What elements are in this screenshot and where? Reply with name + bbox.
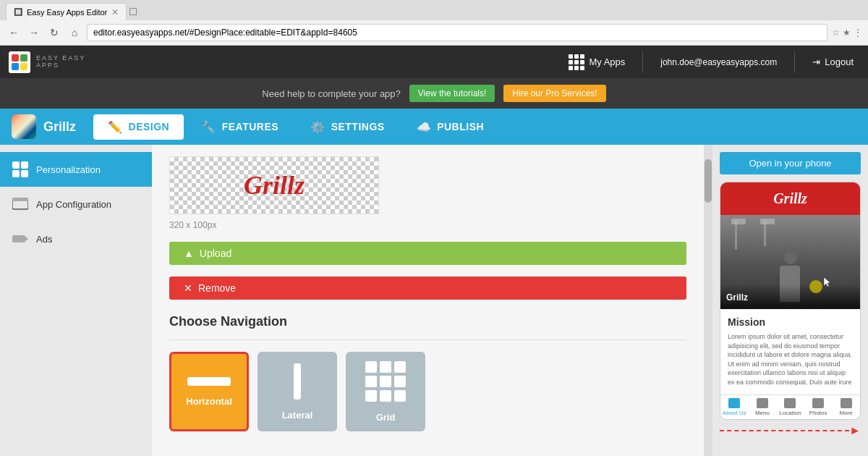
tab-features-label: FEATURES — [222, 121, 278, 132]
svg-rect-6 — [12, 235, 25, 242]
pro-services-button[interactable]: Hire our Pro Services! — [503, 85, 605, 102]
tab-publish[interactable]: ☁️ PUBLISH — [402, 114, 498, 140]
design-icon: ✏️ — [108, 120, 123, 134]
home-button[interactable]: ⌂ — [67, 25, 82, 41]
sidebar-item-app-config[interactable]: App Configuration — [0, 187, 152, 221]
browser-tab[interactable]: 🔲 Easy Easy Apps Editor ✕ — [6, 3, 127, 20]
phone-nav-photos[interactable]: Photos — [804, 395, 833, 419]
main-layout: Personalization App Configuration Ads — [0, 145, 868, 456]
horizontal-label: Horizontal — [186, 396, 232, 407]
logout-button[interactable]: ⇥ Logout — [807, 56, 859, 67]
aboutus-nav-label: About Us — [723, 410, 746, 416]
tab-settings-label: SETTINGS — [331, 121, 385, 132]
logo-dimensions: 320 x 100px — [169, 220, 686, 230]
svg-rect-5 — [12, 198, 28, 201]
app-name-area: Grillz — [12, 114, 76, 139]
app-name: Grillz — [43, 119, 76, 135]
help-text: Need help to complete your app? — [262, 88, 401, 99]
header-divider — [642, 51, 643, 73]
app-config-icon — [12, 195, 29, 213]
tab-features[interactable]: 🔧 FEATURES — [187, 114, 293, 140]
horizontal-icon — [187, 377, 231, 386]
scrollbar[interactable] — [704, 145, 712, 456]
location-nav-label: Location — [779, 410, 801, 416]
browser-chrome: 🔲 Easy Easy Apps Editor ✕ □ ← → ↻ ⌂ ☆ ★ … — [0, 0, 868, 46]
grid-icon — [569, 54, 584, 70]
remove-label: Remove — [198, 282, 236, 294]
svg-marker-7 — [25, 237, 28, 241]
svg-rect-2 — [12, 170, 20, 177]
logo-cell-2 — [20, 54, 27, 62]
svg-rect-3 — [21, 170, 28, 177]
tab-design[interactable]: ✏️ DESIGN — [93, 114, 184, 140]
tab-bar: 🔲 Easy Easy Apps Editor ✕ □ — [0, 0, 868, 20]
ads-label: Ads — [36, 234, 52, 245]
tab-settings[interactable]: ⚙️ SETTINGS — [296, 114, 399, 140]
nav-option-grid[interactable]: Grid — [346, 352, 425, 431]
more-nav-icon — [841, 398, 852, 408]
photos-nav-label: Photos — [809, 410, 827, 416]
nav-tabs: Grillz ✏️ DESIGN 🔧 FEATURES ⚙️ SETTINGS … — [0, 109, 868, 145]
dashed-arrow: ► — [720, 424, 861, 437]
address-bar[interactable] — [87, 24, 827, 41]
tab-design-label: DESIGN — [129, 121, 170, 132]
logout-icon: ⇥ — [812, 56, 820, 67]
cursor-icon — [822, 276, 833, 289]
my-apps-button[interactable]: My Apps — [563, 54, 631, 70]
upload-icon: ▲ — [184, 248, 194, 259]
phone-app-title: Grillz — [773, 190, 807, 207]
grid-label: Grid — [376, 412, 396, 423]
logo-text: EASY EASY APPS — [36, 55, 85, 69]
photos-nav-icon — [812, 398, 824, 408]
section-divider — [169, 339, 686, 340]
reload-button[interactable]: ↻ — [46, 25, 62, 41]
logo-preview: Grillz — [169, 156, 379, 214]
nav-option-horizontal[interactable]: Horizontal — [169, 352, 249, 431]
logout-label: Logout — [825, 56, 854, 67]
scrollbar-thumb[interactable] — [705, 159, 712, 203]
svg-rect-1 — [21, 161, 28, 169]
help-banner: Need help to complete your app? View the… — [0, 78, 868, 109]
phone-mockup: Grillz Grillz — [720, 182, 861, 420]
back-button[interactable]: ← — [6, 25, 22, 41]
publish-icon: ☁️ — [417, 120, 432, 134]
phone-nav-menu[interactable]: Menu — [749, 395, 777, 419]
section-title: Choose Navigation — [169, 314, 686, 329]
user-email: john.doe@easyeasyapps.com — [655, 57, 783, 67]
features-icon: 🔧 — [201, 120, 216, 134]
menu-icon[interactable]: ⋮ — [854, 28, 862, 38]
star-icon[interactable]: ★ — [843, 28, 851, 38]
bookmark-icon[interactable]: ☆ — [832, 28, 840, 38]
tab-title: Easy Easy Apps Editor — [27, 8, 107, 17]
app-icon — [12, 114, 36, 139]
header-divider-2 — [794, 51, 795, 73]
svg-rect-0 — [12, 161, 20, 169]
remove-button[interactable]: ✕ Remove — [169, 276, 686, 300]
new-tab-icon[interactable]: □ — [129, 5, 137, 18]
phone-section-title: Mission — [728, 316, 853, 328]
sidebar-item-ads[interactable]: Ads — [0, 221, 152, 256]
upload-label: Upload — [200, 248, 231, 259]
phone-preview: Open in your phone Grillz — [712, 145, 868, 456]
upload-button[interactable]: ▲ Upload — [169, 242, 686, 265]
logo-icon — [9, 51, 30, 73]
phone-nav-aboutus[interactable]: About Us — [720, 395, 749, 419]
tutorials-button[interactable]: View the tutorials! — [409, 85, 495, 102]
lateral-icon — [294, 363, 301, 400]
app-logo: EASY EASY APPS — [9, 51, 85, 73]
phone-nav-location[interactable]: Location — [776, 395, 804, 419]
content-area: Grillz 320 x 100px ▲ Upload ✕ Remove Cho… — [152, 145, 704, 456]
tab-close-icon[interactable]: ✕ — [111, 7, 119, 17]
phone-nav-more[interactable]: More — [832, 395, 860, 419]
hero-label: Grillz — [726, 292, 748, 303]
phone-content-section: Mission Lorem ipsum dolor sit amet, cons… — [720, 309, 860, 394]
location-nav-icon — [784, 398, 796, 408]
sidebar-item-personalization[interactable]: Personalization — [0, 152, 152, 187]
menu-nav-icon — [757, 398, 768, 408]
open-in-phone-button[interactable]: Open in your phone — [720, 152, 861, 174]
yellow-dot — [809, 280, 822, 293]
phone-section-text: Lorem ipsum dolor sit amet, consectetur … — [728, 332, 853, 387]
nav-option-lateral[interactable]: Lateral — [258, 352, 337, 431]
app-header: EASY EASY APPS My Apps john.doe@easyeasy… — [0, 46, 868, 78]
forward-button[interactable]: → — [26, 25, 42, 41]
